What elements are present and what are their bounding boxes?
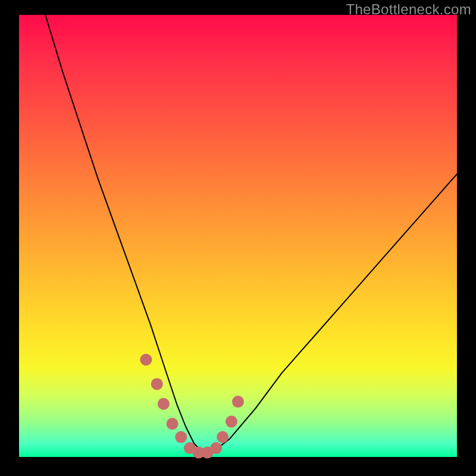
- watermark-text: TheBottleneck.com: [346, 1, 471, 18]
- valley-dot: [210, 442, 222, 454]
- chart-container: TheBottleneck.com: [0, 0, 476, 476]
- valley-dot: [140, 354, 152, 366]
- valley-dot: [151, 378, 163, 390]
- bottleneck-curve: [45, 15, 457, 453]
- valley-dot: [217, 431, 228, 443]
- valley-dot: [167, 418, 178, 430]
- valley-dots: [140, 354, 244, 459]
- valley-dot: [175, 431, 187, 443]
- valley-dot: [232, 396, 244, 408]
- valley-dot: [158, 398, 170, 410]
- chart-overlay: [19, 15, 457, 457]
- bottleneck-curve-path: [45, 15, 457, 453]
- valley-dot: [226, 416, 237, 428]
